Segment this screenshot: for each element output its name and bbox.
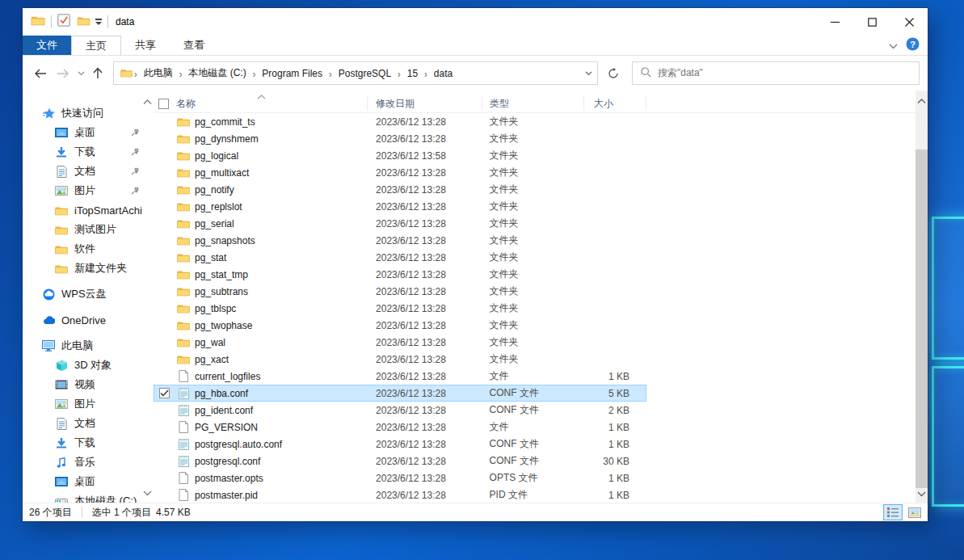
file-type: 文件夹 bbox=[482, 301, 584, 315]
breadcrumb-segment[interactable]: 本地磁盘 (C:) bbox=[183, 66, 250, 80]
tab-view[interactable]: 查看 bbox=[170, 36, 218, 55]
sidebar-item[interactable]: OneDrive bbox=[23, 310, 142, 330]
wallpaper-logo-pane bbox=[932, 217, 964, 360]
sidebar-item[interactable]: iTopSmartAchiv bbox=[23, 200, 142, 220]
breadcrumb-segment[interactable]: 15 bbox=[402, 68, 423, 79]
filelist-scrollbar[interactable] bbox=[916, 91, 928, 503]
breadcrumb-segment[interactable]: 此电脑 bbox=[139, 66, 178, 80]
scrollbar-thumb[interactable] bbox=[916, 149, 928, 488]
column-header[interactable]: 类型 bbox=[482, 96, 584, 111]
help-icon[interactable]: ? bbox=[906, 37, 920, 54]
sidebar-item[interactable]: 测试图片 bbox=[23, 220, 142, 239]
sidebar-item[interactable]: 软件 bbox=[23, 239, 142, 259]
file-row[interactable]: postgresql.conf2023/6/12 13:28CONF 文件30 … bbox=[154, 453, 646, 469]
column-header[interactable]: 名称 bbox=[154, 96, 368, 111]
file-row[interactable]: pg_tblspc2023/6/12 13:28文件夹 bbox=[154, 300, 646, 317]
scroll-up-icon[interactable] bbox=[917, 93, 926, 107]
file-row[interactable]: pg_ident.conf2023/6/12 13:28CONF 文件2 KB bbox=[154, 402, 646, 419]
sidebar-item[interactable]: 音乐 bbox=[23, 453, 142, 472]
sidebar-item[interactable]: 图片 bbox=[23, 394, 142, 414]
file-row[interactable]: pg_wal2023/6/12 13:28文件夹 bbox=[154, 334, 646, 351]
column-header[interactable]: 修改日期 bbox=[368, 96, 482, 111]
breadcrumb-segment[interactable]: Program Files bbox=[257, 68, 327, 79]
file-row[interactable]: pg_xact2023/6/12 13:28文件夹 bbox=[154, 351, 646, 368]
search-placeholder-text: 搜索"data" bbox=[658, 66, 703, 80]
item-checkbox-checked[interactable] bbox=[159, 388, 170, 398]
qat-customize-dropdown-icon[interactable] bbox=[95, 19, 102, 25]
picture-icon bbox=[55, 399, 68, 409]
file-row[interactable]: pg_multixact2023/6/12 13:28文件夹 bbox=[154, 164, 646, 181]
file-row[interactable]: current_logfiles2023/6/12 13:28文件1 KB bbox=[154, 368, 646, 385]
file-row[interactable]: pg_logical2023/6/12 13:58文件夹 bbox=[154, 147, 646, 164]
column-header[interactable]: 大小 bbox=[584, 96, 646, 111]
sidebar-item[interactable]: WPS云盘 bbox=[23, 284, 142, 304]
file-row[interactable]: postmaster.opts2023/6/12 13:28OPTS 文件1 K… bbox=[154, 469, 646, 486]
search-input[interactable]: 搜索"data" bbox=[632, 61, 920, 85]
breadcrumb-segment[interactable]: PostgreSQL bbox=[334, 68, 396, 79]
breadcrumb-chevron-icon[interactable]: › bbox=[178, 67, 184, 78]
sidebar-item[interactable]: 图片 bbox=[23, 181, 142, 200]
file-row[interactable]: pg_commit_ts2023/6/12 13:28文件夹 bbox=[154, 113, 646, 130]
file-row[interactable]: pg_serial2023/6/12 13:28文件夹 bbox=[154, 215, 646, 232]
sidebar-item[interactable]: 文档 bbox=[23, 414, 142, 433]
tab-file[interactable]: 文件 bbox=[23, 36, 71, 55]
file-row[interactable]: pg_stat_tmp2023/6/12 13:28文件夹 bbox=[154, 266, 646, 283]
sidebar-item[interactable]: 此电脑 bbox=[23, 336, 142, 356]
sidebar-item[interactable]: 快速访问 bbox=[23, 103, 142, 123]
forward-button[interactable] bbox=[52, 69, 74, 78]
file-type: 文件夹 bbox=[482, 149, 584, 162]
close-button[interactable] bbox=[890, 8, 928, 36]
sidebar-item[interactable]: 文档 bbox=[23, 162, 142, 181]
expand-ribbon-chevron-icon[interactable] bbox=[889, 38, 898, 53]
minimize-button[interactable] bbox=[816, 8, 853, 36]
file-row[interactable]: postgresql.auto.conf2023/6/12 13:28CONF … bbox=[154, 436, 646, 453]
details-view-button[interactable] bbox=[883, 504, 903, 520]
breadcrumb-chevron-icon[interactable]: › bbox=[396, 67, 402, 78]
main-area: 快速访问 桌面 下载 文档 图片 iTopSmartAchiv 测试图片 软件 … bbox=[23, 91, 928, 503]
breadcrumb-chevron-icon[interactable]: › bbox=[423, 67, 429, 78]
address-bar[interactable]: ›此电脑›本地磁盘 (C:)›Program Files›PostgreSQL›… bbox=[113, 61, 598, 85]
file-row[interactable]: postmaster.pid2023/6/12 13:28PID 文件1 KB bbox=[154, 486, 646, 503]
breadcrumb-chevron-icon[interactable]: › bbox=[133, 67, 139, 78]
file-row[interactable]: pg_snapshots2023/6/12 13:28文件夹 bbox=[154, 232, 646, 249]
thumbnail-view-button[interactable] bbox=[905, 504, 924, 520]
file-row[interactable]: pg_notify2023/6/12 13:28文件夹 bbox=[154, 181, 646, 198]
maximize-button[interactable] bbox=[853, 8, 890, 36]
address-history-chevron-icon[interactable] bbox=[579, 71, 597, 76]
sidebar-item[interactable]: 新建文件夹 bbox=[23, 259, 142, 278]
tab-home[interactable]: 主页 bbox=[71, 36, 121, 55]
scroll-down-icon[interactable] bbox=[143, 485, 152, 499]
tab-share[interactable]: 共享 bbox=[121, 36, 170, 55]
file-type: CONF 文件 bbox=[482, 437, 584, 451]
sidebar-item-label: 文档 bbox=[74, 416, 95, 431]
select-all-checkbox[interactable] bbox=[158, 99, 169, 109]
recent-locations-chevron-icon[interactable] bbox=[74, 71, 87, 76]
file-row[interactable]: pg_dynshmem2023/6/12 13:28文件夹 bbox=[154, 130, 646, 147]
sidebar-item[interactable]: 视频 bbox=[23, 375, 142, 394]
file-row[interactable]: PG_VERSION2023/6/12 13:28文件1 KB bbox=[154, 419, 646, 436]
breadcrumb-segment[interactable]: data bbox=[429, 68, 457, 79]
file-row[interactable]: pg_hba.conf2023/6/12 13:28CONF 文件5 KB bbox=[154, 385, 646, 402]
file-row[interactable]: pg_replslot2023/6/12 13:28文件夹 bbox=[154, 198, 646, 215]
sidebar-item[interactable]: 下载 bbox=[23, 142, 142, 162]
sidebar-item[interactable]: 3D 对象 bbox=[23, 356, 142, 375]
navigation-bar: ›此电脑›本地磁盘 (C:)›Program Files›PostgreSQL›… bbox=[23, 56, 928, 91]
refresh-button[interactable] bbox=[601, 61, 625, 85]
file-type: 文件夹 bbox=[482, 234, 584, 247]
sidebar-item[interactable]: 桌面 bbox=[23, 472, 142, 491]
qat-new-folder-icon[interactable] bbox=[77, 15, 91, 29]
sidebar-scrollbar[interactable] bbox=[142, 91, 154, 503]
up-button[interactable] bbox=[87, 67, 108, 79]
breadcrumb-chevron-icon[interactable]: › bbox=[327, 67, 334, 78]
qat-properties-check-icon[interactable] bbox=[57, 14, 70, 30]
file-row[interactable]: pg_twophase2023/6/12 13:28文件夹 bbox=[154, 317, 646, 334]
sidebar-item[interactable]: 桌面 bbox=[23, 123, 142, 142]
file-row[interactable]: pg_subtrans2023/6/12 13:28文件夹 bbox=[154, 283, 646, 300]
file-row[interactable]: pg_stat2023/6/12 13:28文件夹 bbox=[154, 249, 646, 266]
back-button[interactable] bbox=[29, 69, 52, 78]
sidebar-item[interactable]: 本地磁盘 (C:) bbox=[23, 491, 142, 503]
scroll-down-icon[interactable] bbox=[917, 486, 926, 500]
breadcrumb-chevron-icon[interactable]: › bbox=[251, 67, 258, 78]
sidebar-item[interactable]: 下载 bbox=[23, 433, 142, 453]
scroll-up-icon[interactable] bbox=[143, 94, 152, 108]
